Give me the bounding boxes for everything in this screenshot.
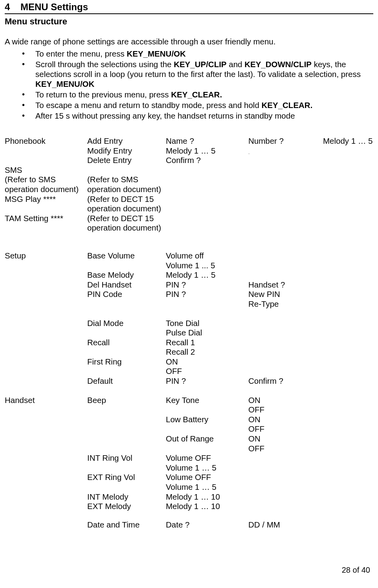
cell: Modify Entry — [87, 146, 166, 156]
cell: Recall — [87, 338, 166, 348]
cell: Name ? — [166, 136, 248, 146]
cell: ON — [166, 357, 248, 367]
table-row: First Ring ON — [5, 357, 373, 367]
cell: Default — [87, 376, 166, 386]
text: To return to the previous menu, press — [35, 90, 171, 99]
cell: PIN ? — [166, 280, 248, 290]
cell: Volume OFF — [166, 473, 248, 482]
table-row: Setup Base Volume Volume off — [5, 251, 373, 261]
list-item: Scroll through the selections using the … — [22, 59, 373, 89]
list-item: To return to the previous menu, press KE… — [22, 90, 373, 99]
table-row: Pulse Dial — [5, 328, 373, 338]
page: 4 MENU Settings Menu structure A wide ra… — [0, 0, 378, 588]
key-name: KEY_MENU/OK — [35, 79, 94, 88]
cell: OFF — [248, 444, 323, 454]
cell: PIN ? — [166, 376, 248, 386]
list-item: To enter the menu, press KEY_MENU/OK — [22, 49, 373, 59]
key-name: KEY_CLEAR. — [171, 90, 222, 99]
cell: First Ring — [87, 357, 166, 367]
text: and — [227, 60, 245, 69]
cell: Handset — [5, 396, 87, 405]
cell: Confirm ? — [166, 156, 248, 165]
cell: Melody 1 … 5 — [166, 146, 248, 156]
cell: DD / MM — [248, 520, 323, 530]
key-name: KEY_CLEAR. — [262, 101, 313, 110]
table-row: Base Melody Melody 1 … 5 — [5, 270, 373, 280]
table-row: Del Handset PIN ? Handset ? — [5, 280, 373, 290]
table-row: PIN Code PIN ? New PIN — [5, 289, 373, 299]
cell: Base Volume — [87, 251, 166, 261]
spacer-row — [5, 233, 373, 251]
cell: Delete Entry — [87, 156, 166, 165]
table-row: Modify Entry Melody 1 … 5 _ — [5, 146, 373, 156]
tiny-mark: _ — [248, 152, 250, 154]
cell: (Refer to SMS operation document) — [5, 175, 87, 194]
table-row: Handset Beep Key Tone ON — [5, 396, 373, 405]
cell: Recall 2 — [166, 347, 248, 357]
table-row: INT Ring Vol Volume OFF — [5, 453, 373, 463]
cell: Pulse Dial — [166, 328, 248, 338]
table-row: Out of Range ON — [5, 434, 373, 444]
table-row: Default PIN ? Confirm ? — [5, 376, 373, 386]
cell: Handset ? — [248, 280, 323, 290]
text: To escape a menu and return to standby m… — [35, 101, 262, 110]
cell: PIN ? — [166, 289, 248, 299]
cell — [5, 146, 87, 156]
cell: Melody 1 … 10 — [166, 502, 248, 511]
table-row: Re-Type — [5, 299, 373, 309]
subsection-heading: Menu structure — [5, 16, 373, 27]
cell: ON — [248, 415, 323, 425]
cell: Melody 1 … 5 — [166, 270, 248, 280]
cell: Re-Type — [248, 299, 323, 309]
cell: (Refer to DECT 15 operation document) — [87, 194, 166, 214]
table-row: OFF — [5, 424, 373, 434]
table-row: OFF — [5, 405, 373, 415]
cell: OFF — [248, 424, 323, 434]
cell — [5, 156, 87, 165]
section-heading: 4 MENU Settings — [5, 0, 373, 14]
cell: (Refer to SMS operation document) — [87, 175, 166, 194]
cell: Phonebook — [5, 136, 87, 146]
table-row: Dial Mode Tone Dial — [5, 319, 373, 328]
table-row: EXT Melody Melody 1 … 10 — [5, 502, 373, 511]
table-row: MSG Play **** (Refer to DECT 15 operatio… — [5, 194, 373, 214]
list-item: After 15 s without pressing any key, the… — [22, 111, 373, 121]
cell: Volume 1 … 5 — [166, 463, 248, 473]
cell: Melody 1 … 5 — [323, 136, 373, 146]
cell: Tone Dial — [166, 319, 248, 328]
cell: Number ? — [248, 136, 323, 146]
cell: PIN Code — [87, 289, 166, 299]
text: Scroll through the selections using the — [35, 60, 174, 69]
cell: ON — [248, 434, 323, 444]
cell: _ — [248, 146, 323, 156]
key-name: KEY_DOWN/CLIP — [244, 60, 312, 69]
cell: Key Tone — [166, 396, 248, 405]
table-row: Volume 1 … 5 — [5, 463, 373, 473]
cell: SMS — [5, 165, 87, 175]
cell: Beep — [87, 396, 166, 405]
key-name: KEY_UP/CLIP — [174, 60, 226, 69]
cell: Volume off — [166, 251, 248, 261]
table-row: Volume 1 ... 5 — [5, 261, 373, 271]
table-row: Date and Time Date ? DD / MM — [5, 520, 373, 530]
table-row: SMS — [5, 165, 373, 175]
bullet-list: To enter the menu, press KEY_MENU/OK Scr… — [5, 49, 373, 121]
spacer-row — [5, 386, 373, 396]
cell: Base Melody — [87, 270, 166, 280]
cell: EXT Ring Vol — [87, 473, 166, 482]
cell: Date and Time — [87, 520, 166, 530]
text: After 15 s without pressing any key, the… — [35, 111, 295, 120]
table-row: (Refer to SMS operation document) (Refer… — [5, 175, 373, 194]
cell: Confirm ? — [248, 376, 323, 386]
spacer-row — [5, 309, 373, 319]
table-row: EXT Ring Vol Volume OFF — [5, 473, 373, 482]
table-row: Recall Recall 1 — [5, 338, 373, 348]
table-row: TAM Setting **** (Refer to DECT 15 opera… — [5, 214, 373, 233]
table-row: Phonebook Add Entry Name ? Number ? Melo… — [5, 136, 373, 146]
cell: (Refer to DECT 15 operation document) — [87, 214, 166, 233]
cell: Melody 1 … 10 — [166, 492, 248, 502]
menu-structure-table: Phonebook Add Entry Name ? Number ? Melo… — [5, 136, 373, 529]
page-number: 28 of 40 — [342, 566, 370, 575]
cell: Del Handset — [87, 280, 166, 290]
table-row: Volume 1 … 5 — [5, 482, 373, 492]
